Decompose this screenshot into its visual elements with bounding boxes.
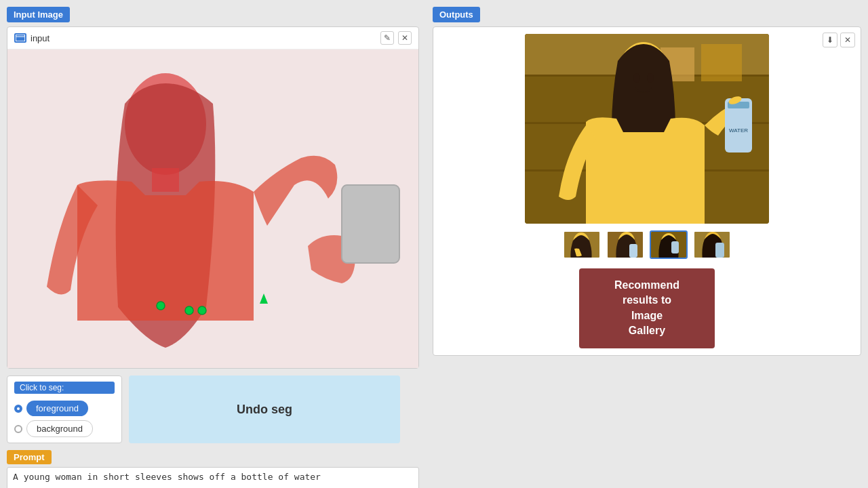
svg-point-22 — [633, 73, 640, 83]
input-image-header-right: ✎ ✕ — [380, 31, 412, 45]
thumbnail-4[interactable] — [693, 230, 731, 259]
thumbnail-3[interactable] — [650, 230, 688, 259]
input-image-section-header: Input Image — [7, 7, 419, 26]
input-image-box: input ✎ ✕ — [7, 26, 419, 369]
outputs-label: Outputs — [433, 7, 480, 22]
close-output-icon: ✕ — [844, 35, 851, 45]
right-panel: Outputs ⬇ ✕ — [426, 0, 868, 488]
svg-rect-0 — [16, 35, 25, 41]
recommend-label: Recommendresults toImageGallery — [614, 279, 679, 336]
prompt-textarea[interactable] — [7, 467, 419, 488]
left-panel: Input Image input ✎ ✕ — [0, 0, 426, 488]
svg-text:WATER: WATER — [729, 127, 748, 134]
input-image-icon — [14, 33, 26, 43]
svg-rect-35 — [715, 243, 724, 258]
download-icon-btn[interactable]: ⬇ — [823, 33, 837, 47]
foreground-radio-dot — [14, 405, 22, 413]
thumbnail-1[interactable] — [563, 230, 601, 259]
svg-point-23 — [647, 73, 654, 83]
output-top-icons: ⬇ ✕ — [823, 33, 855, 47]
background-pink — [7, 49, 418, 368]
prompt-area: Prompt — [7, 450, 419, 488]
svg-rect-29 — [629, 244, 637, 258]
outputs-section-header: Outputs — [433, 7, 861, 26]
close-icon: ✕ — [401, 33, 408, 43]
click-to-seg-box: Click to seg: foreground background — [7, 375, 122, 443]
edit-icon-btn[interactable]: ✎ — [380, 31, 394, 45]
thumbnails-row — [440, 230, 854, 259]
download-icon: ⬇ — [827, 35, 833, 45]
input-label: input — [31, 33, 50, 43]
thumb-1-svg — [564, 232, 601, 259]
thumb-3-svg — [651, 232, 688, 259]
thumb-2-svg — [608, 232, 644, 259]
thumb-4-svg — [694, 232, 731, 259]
foreground-button[interactable]: foreground — [26, 401, 88, 416]
canvas-area[interactable] — [7, 49, 418, 368]
output-image-svg: WATER — [525, 34, 769, 224]
output-box: ⬇ ✕ — [433, 26, 861, 356]
thumbnail-2[interactable] — [606, 230, 644, 259]
main-output-image: WATER — [525, 34, 769, 224]
prompt-header-label: Prompt — [7, 450, 52, 464]
close-output-icon-btn[interactable]: ✕ — [840, 33, 855, 47]
input-image-header-bar: input ✎ ✕ — [7, 27, 418, 49]
close-icon-btn[interactable]: ✕ — [398, 31, 412, 45]
undo-seg-button[interactable]: Undo seg — [129, 375, 400, 443]
svg-rect-32 — [671, 241, 679, 253]
svg-rect-17 — [701, 44, 742, 81]
controls-area: Click to seg: foreground background Undo… — [7, 375, 419, 443]
background-button[interactable]: background — [26, 420, 93, 437]
input-image-label: Input Image — [7, 7, 70, 22]
background-radio-dot — [14, 425, 22, 433]
foreground-radio-option[interactable]: foreground — [14, 401, 115, 416]
edit-icon: ✎ — [384, 33, 391, 43]
click-to-seg-label: Click to seg: — [14, 382, 115, 394]
background-radio-option[interactable]: background — [14, 420, 115, 437]
input-image-header-left: input — [14, 33, 50, 43]
recommend-button[interactable]: Recommendresults toImageGallery — [579, 268, 715, 348]
